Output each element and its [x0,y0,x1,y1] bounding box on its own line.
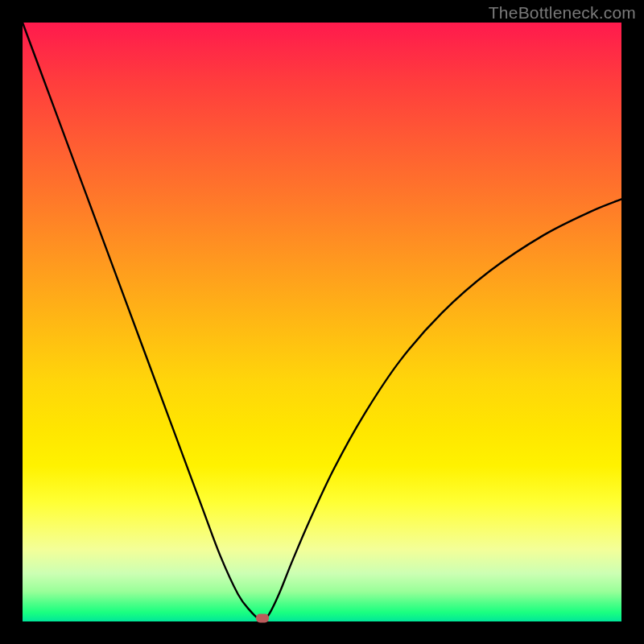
bottleneck-curve [23,23,621,621]
chart-plot-area [23,23,621,621]
watermark-text: TheBottleneck.com [489,3,636,23]
chart-frame: TheBottleneck.com [0,0,644,644]
sweet-spot-marker [256,614,269,623]
